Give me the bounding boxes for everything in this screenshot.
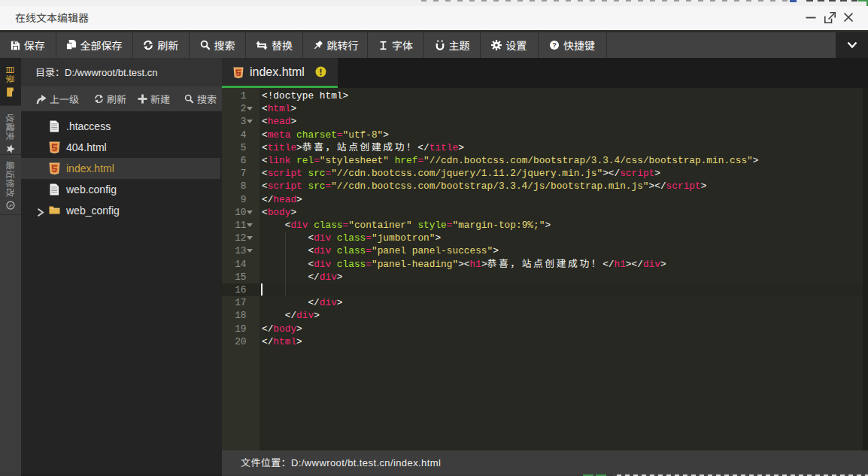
- svg-text:?: ?: [552, 41, 557, 49]
